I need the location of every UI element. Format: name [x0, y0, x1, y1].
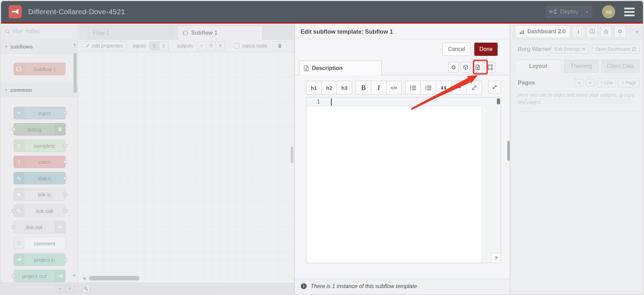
node-port[interactable] [12, 225, 16, 229]
bar-chart-icon [519, 29, 525, 34]
edit-properties-button[interactable]: edit properties [82, 41, 127, 50]
node-port[interactable] [12, 209, 16, 212]
info-tab-button[interactable]: i [573, 26, 584, 37]
scroll-left-icon[interactable]: ◀ [82, 276, 86, 281]
node-port[interactable] [63, 160, 67, 164]
expand-pages-button[interactable]: » [586, 79, 595, 86]
filter-nodes-input[interactable] [13, 28, 65, 35]
h1-button[interactable]: h1 [306, 81, 322, 95]
inputs-1-button[interactable]: 1 [159, 42, 169, 50]
code-button[interactable]: </> [386, 81, 402, 95]
blockquote-button[interactable] [436, 81, 451, 95]
unordered-list-button[interactable] [421, 81, 436, 95]
node-port[interactable] [63, 111, 67, 115]
outputs-plus-button[interactable]: + [215, 42, 225, 50]
palette-node-link-out[interactable]: link out [14, 221, 66, 233]
node-port[interactable] [12, 128, 16, 131]
palette-node-link-in[interactable]: link in [14, 188, 66, 201]
palette-node-project-in[interactable]: project in [14, 253, 66, 266]
done-button[interactable]: Done [474, 43, 498, 56]
canvas-h-scrollbar[interactable]: ◀ [82, 276, 139, 281]
palette-node-debug[interactable]: debug [14, 123, 66, 136]
tab-layout[interactable]: Layout [515, 60, 561, 73]
pages-header-row: Pages « » + Link + Page [518, 78, 639, 87]
pages-help-text: Here you can re-order and move your widg… [518, 92, 639, 106]
properties-gear-button[interactable]: ⚙ [448, 62, 459, 73]
main-menu-icon[interactable] [624, 8, 635, 16]
editor-minimap[interactable] [482, 97, 501, 263]
collapse-all-button[interactable]: « [56, 285, 65, 292]
outputs-value[interactable]: 0 [206, 42, 216, 50]
node-port[interactable] [12, 274, 16, 278]
add-page-button[interactable]: + Page [618, 78, 639, 87]
link-button[interactable] [466, 81, 482, 95]
ordered-list-button[interactable] [405, 81, 421, 95]
tab-description[interactable]: Description [299, 61, 382, 75]
palette-scrollbar-thumb[interactable] [74, 53, 77, 93]
help-tab-button[interactable] [586, 26, 598, 37]
palette-node-inject[interactable]: inject [14, 107, 66, 119]
bold-button[interactable]: B [356, 81, 371, 95]
editor-scrollbar-thumb[interactable] [497, 98, 500, 104]
description-editor[interactable]: 1 ? [306, 97, 501, 263]
h3-button[interactable]: h3 [337, 81, 352, 95]
delete-subflow-button[interactable] [273, 41, 287, 50]
canvas-v-scrollbar-thumb[interactable] [291, 147, 293, 163]
collapse-pages-button[interactable]: « [575, 79, 584, 86]
canvas-h-scrollbar-thumb[interactable] [89, 276, 139, 280]
node-port[interactable] [63, 209, 67, 212]
expand-editor-button[interactable] [488, 81, 501, 94]
palette-node-complete[interactable]: complete [14, 139, 66, 152]
zoom-search-button[interactable] [82, 285, 90, 293]
deploy-caret-icon[interactable]: ▾ [582, 9, 588, 15]
open-dashboard-button[interactable]: Open Dashboard [592, 44, 639, 54]
debug-tab-button[interactable] [600, 26, 612, 37]
config-tab-button[interactable]: ⚙ [614, 26, 626, 37]
user-avatar[interactable]: su [602, 5, 615, 18]
tray-tab-icons: ⚙ [448, 62, 495, 73]
deploy-button[interactable]: Deploy ▾ [545, 6, 592, 18]
tray-scrollbar-thumb[interactable] [507, 141, 510, 161]
quote-icon [441, 86, 447, 90]
palette-node-comment[interactable]: comment [14, 237, 66, 250]
palette-category-common[interactable]: ▾ common [1, 83, 78, 97]
cancel-button[interactable]: Cancel [442, 43, 471, 56]
edit-settings-button[interactable]: Edit Settings ⚙ [551, 44, 589, 54]
palette-category-subflows[interactable]: ▾ subflows [1, 40, 78, 54]
node-port[interactable] [63, 193, 67, 196]
sidebar-separator[interactable] [510, 24, 513, 294]
italic-button[interactable]: I [371, 81, 387, 95]
palette-node-link-call[interactable]: link call [14, 205, 66, 217]
node-port[interactable] [63, 258, 67, 261]
sidebar-menu-caret-icon[interactable]: ▾ [636, 29, 638, 34]
node-port[interactable] [63, 144, 67, 147]
tab-client-data[interactable]: Client Data [601, 60, 639, 73]
node-port[interactable] [63, 176, 67, 180]
module-cube-button[interactable] [460, 62, 471, 73]
scroll-up-icon[interactable]: ▲ [72, 42, 77, 46]
add-link-button[interactable]: + Link [597, 78, 616, 87]
header-actions: Deploy ▾ su [545, 5, 643, 18]
editor-help-button[interactable]: ? [491, 253, 501, 263]
tab-theming[interactable]: Theming [564, 60, 599, 73]
palette-node-subflow1[interactable]: Subflow 1 [14, 63, 66, 75]
main-content: ▾ subflows Subflow 1 ▾ common inject [1, 24, 643, 294]
palette-node-project-out[interactable]: project out [14, 270, 66, 282]
expand-all-button[interactable]: » [66, 285, 75, 292]
tab-dashboard-2[interactable]: Dashboard 2.0 [515, 25, 570, 38]
h2-button[interactable]: h2 [321, 81, 337, 95]
outputs-minus-button[interactable]: − [197, 42, 206, 50]
scroll-down-icon[interactable]: ▼ [72, 273, 76, 278]
tab-subflow1[interactable]: Subflow 1 [177, 26, 263, 40]
palette-scrollbar[interactable]: ▲ [72, 42, 77, 46]
status-node-checkbox[interactable] [234, 43, 239, 49]
palette-node-catch[interactable]: catch [14, 156, 66, 168]
inputs-0-button[interactable]: 0 [150, 42, 159, 50]
inject-icon [14, 107, 24, 119]
flow-canvas-grid[interactable] [78, 52, 294, 283]
horizontal-rule-button[interactable] [451, 81, 467, 95]
palette-node-status[interactable]: status [14, 172, 66, 184]
tab-flow1[interactable]: Flow 1 [88, 26, 173, 40]
node-palette: ▾ subflows Subflow 1 ▾ common inject [1, 24, 78, 294]
pencil-icon [85, 44, 90, 48]
